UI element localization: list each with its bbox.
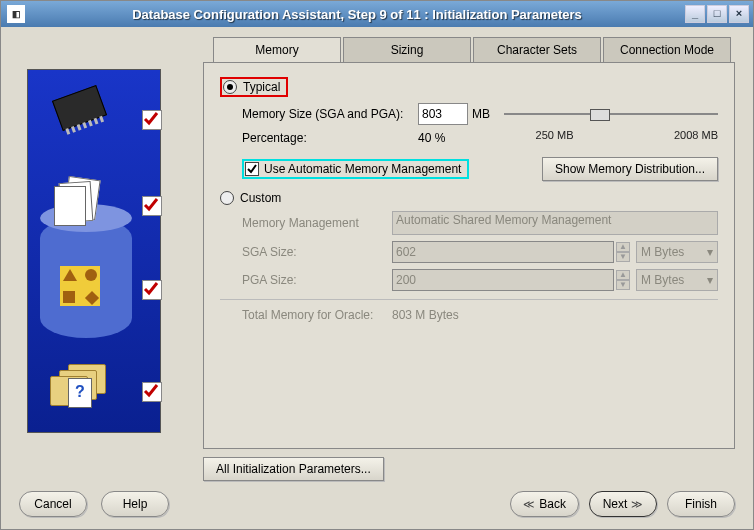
chevron-right-icon: ≫: [631, 498, 643, 511]
footer: Cancel Help ≪Back Next≫ Finish: [19, 481, 735, 529]
chip-icon: [52, 85, 107, 131]
window: ◧ Database Configuration Assistant, Step…: [0, 0, 754, 530]
typical-label: Typical: [243, 80, 280, 94]
slider-max-label: 2008 MB: [674, 129, 718, 141]
shapes-icon: [60, 266, 100, 306]
minimize-button[interactable]: _: [685, 5, 705, 23]
tab-memory[interactable]: Memory: [213, 37, 341, 62]
sga-size-field: [392, 241, 614, 263]
memory-management-select: Automatic Shared Memory Management: [392, 211, 718, 235]
cancel-button[interactable]: Cancel: [19, 491, 87, 517]
total-memory-label: Total Memory for Oracle:: [242, 308, 392, 322]
memory-management-value: Automatic Shared Memory Management: [396, 213, 611, 227]
highlight-amm: Use Automatic Memory Management: [242, 159, 469, 179]
help-button[interactable]: Help: [101, 491, 169, 517]
pga-size-label: PGA Size:: [242, 273, 392, 287]
slider-mid-label: 250 MB: [536, 129, 574, 141]
radio-typical[interactable]: [223, 80, 237, 94]
memory-size-field[interactable]: [418, 103, 468, 125]
percentage-label: Percentage:: [242, 131, 418, 145]
radio-custom[interactable]: [220, 191, 234, 205]
pga-spinner: ▲▼: [616, 270, 630, 290]
question-file-icon: ?: [68, 378, 92, 408]
pga-size-field: [392, 269, 614, 291]
step-check-2: [142, 196, 162, 216]
highlight-typical: Typical: [220, 77, 288, 97]
body: ? Memory Sizing Character Sets Connectio…: [1, 27, 753, 529]
chevron-left-icon: ≪: [523, 498, 535, 511]
next-button[interactable]: Next≫: [589, 491, 657, 517]
all-initialization-parameters-button[interactable]: All Initialization Parameters...: [203, 457, 384, 481]
wizard-sidebar: ?: [19, 37, 169, 481]
content-area: Memory Sizing Character Sets Connection …: [169, 37, 735, 481]
tab-character-sets[interactable]: Character Sets: [473, 37, 601, 62]
step-check-4: [142, 382, 162, 402]
divider: [220, 299, 718, 300]
close-button[interactable]: ×: [729, 5, 749, 23]
memory-size-unit: MB: [472, 107, 490, 121]
memory-size-label: Memory Size (SGA and PGA):: [242, 107, 418, 121]
step-check-1: [142, 110, 162, 130]
wizard-sidebar-panel: ?: [27, 69, 161, 433]
titlebar: ◧ Database Configuration Assistant, Step…: [1, 1, 753, 27]
total-memory-value: 803 M Bytes: [392, 308, 459, 322]
main: ? Memory Sizing Character Sets Connectio…: [19, 37, 735, 481]
sga-unit-select: M Bytes▾: [636, 241, 718, 263]
step-check-3: [142, 280, 162, 300]
sga-size-label: SGA Size:: [242, 245, 392, 259]
memory-panel: Typical Memory Size (SGA and PGA): MB: [203, 62, 735, 449]
tab-sizing[interactable]: Sizing: [343, 37, 471, 62]
tab-connection-mode[interactable]: Connection Mode: [603, 37, 731, 62]
window-buttons: _ □ ×: [683, 5, 749, 23]
checkbox-amm[interactable]: [245, 162, 259, 176]
memory-management-label: Memory Management: [242, 216, 392, 230]
percentage-value: 40 %: [418, 131, 478, 145]
app-icon: ◧: [7, 5, 25, 23]
documents-icon: [54, 178, 104, 224]
amm-label: Use Automatic Memory Management: [264, 162, 461, 176]
pga-unit-select: M Bytes▾: [636, 269, 718, 291]
tabs: Memory Sizing Character Sets Connection …: [213, 37, 735, 62]
window-title: Database Configuration Assistant, Step 9…: [31, 7, 683, 22]
finish-button[interactable]: Finish: [667, 491, 735, 517]
memory-slider[interactable]: [504, 107, 718, 121]
show-memory-distribution-button[interactable]: Show Memory Distribution...: [542, 157, 718, 181]
folders-icon: ?: [50, 364, 110, 414]
sga-spinner: ▲▼: [616, 242, 630, 262]
custom-label: Custom: [240, 191, 281, 205]
all-params-row: All Initialization Parameters...: [203, 457, 735, 481]
back-button[interactable]: ≪Back: [510, 491, 579, 517]
maximize-button[interactable]: □: [707, 5, 727, 23]
